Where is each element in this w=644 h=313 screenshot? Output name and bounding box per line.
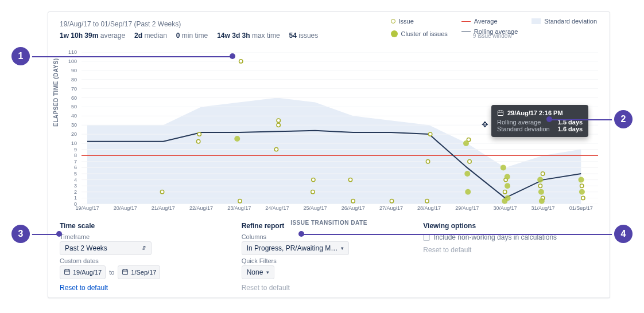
chevron-down-icon: ▾ xyxy=(341,245,344,251)
svg-point-49 xyxy=(463,140,469,146)
chart-legend: Issue Average Standard deviation Cluster… xyxy=(391,18,597,39)
x-tick: 23/Aug/17 xyxy=(227,205,251,211)
svg-point-42 xyxy=(538,184,542,187)
svg-point-24 xyxy=(197,132,201,136)
date-from-input[interactable]: 19/Aug/17 xyxy=(60,265,106,279)
x-tick: 28/Aug/17 xyxy=(417,205,441,211)
y-tick: 70 xyxy=(71,86,77,92)
callout-4-line xyxy=(303,234,615,235)
svg-rect-64 xyxy=(123,269,128,274)
chart-tooltip: 29/Aug/17 2:16 PM Rolling average1.5 day… xyxy=(491,105,588,137)
calendar-icon xyxy=(497,109,504,116)
y-tick: 4 xyxy=(74,177,77,183)
callout-2-line xyxy=(551,119,615,120)
callout-4-dot xyxy=(298,231,304,237)
chart-plot: ✥ 29/Aug/17 2:16 PM Rolling average1.5 d… xyxy=(82,52,598,204)
legend-average-label: Average xyxy=(474,18,498,25)
refine-report-title: Refine report xyxy=(242,222,417,230)
svg-point-55 xyxy=(505,174,510,179)
x-tick: 27/Aug/17 xyxy=(379,205,403,211)
legend-average-icon xyxy=(461,21,471,22)
legend-cluster-label: Cluster of issues xyxy=(401,30,448,37)
svg-point-53 xyxy=(502,198,507,204)
chevron-down-icon: ▾ xyxy=(266,269,269,275)
time-scale-section: Time scale Timeframe Past 2 Weeks ⇵ Cust… xyxy=(60,222,235,292)
stat-issues-value: 54 xyxy=(289,32,297,40)
callout-1-line xyxy=(30,56,231,57)
chevron-updown-icon: ⇵ xyxy=(142,245,146,251)
timeframe-select[interactable]: Past 2 Weeks ⇵ xyxy=(60,241,152,255)
date-to-input[interactable]: 1/Sep/17 xyxy=(118,265,160,279)
x-tick: 25/Aug/17 xyxy=(304,205,327,211)
custom-dates-label: Custom dates xyxy=(60,257,235,264)
y-tick: 40 xyxy=(71,113,77,119)
date-to-value: 1/Sep/17 xyxy=(131,269,156,276)
svg-point-31 xyxy=(311,190,315,194)
x-tick: 30/Aug/17 xyxy=(493,205,517,211)
x-axis-ticks: 19/Aug/1720/Aug/1721/Aug/1722/Aug/1723/A… xyxy=(82,205,598,216)
svg-point-32 xyxy=(348,178,352,181)
legend-issue-label: Issue xyxy=(399,18,414,25)
report-controls: Time scale Timeframe Past 2 Weeks ⇵ Cust… xyxy=(60,222,598,291)
columns-select[interactable]: In Progress, PR/Awaiting M… ▾ xyxy=(242,241,350,255)
stat-median-label: median xyxy=(144,32,166,40)
y-tick: 7 xyxy=(74,159,77,165)
svg-point-37 xyxy=(425,199,429,203)
refine-report-section: Refine report Columns In Progress, PR/Aw… xyxy=(242,222,417,292)
time-scale-title: Time scale xyxy=(60,222,235,230)
stat-avg-value: 1w 10h 39m xyxy=(60,32,98,40)
svg-point-56 xyxy=(501,165,506,170)
tooltip-row1-label: Rolling average xyxy=(497,119,541,126)
callout-1: 1 xyxy=(11,47,30,65)
callout-3: 3 xyxy=(11,225,30,243)
legend-stddev-icon xyxy=(532,18,541,24)
refine-reset: Reset to default xyxy=(242,284,290,292)
legend-rolling-icon xyxy=(461,32,471,32)
svg-rect-63 xyxy=(65,269,70,274)
y-tick: 20 xyxy=(71,131,77,137)
svg-point-50 xyxy=(465,189,471,195)
quick-filters-select[interactable]: None ▾ xyxy=(242,265,275,279)
callout-3-dot xyxy=(56,231,62,237)
callout-2: 2 xyxy=(614,110,633,128)
x-tick: 31/Aug/17 xyxy=(532,205,555,211)
time-scale-reset[interactable]: Reset to default xyxy=(60,284,108,292)
tooltip-row2-label: Standard deviation xyxy=(497,126,550,132)
viewing-options-title: Viewing options xyxy=(423,222,598,230)
svg-point-29 xyxy=(277,119,280,122)
calendar-icon xyxy=(122,268,129,276)
svg-point-59 xyxy=(537,177,543,183)
timeframe-value: Past 2 Weeks xyxy=(65,244,107,252)
svg-point-25 xyxy=(239,60,243,63)
viewing-options-section: Viewing options Include non-working days… xyxy=(423,222,598,292)
svg-point-23 xyxy=(196,140,200,143)
svg-point-57 xyxy=(539,198,545,204)
tooltip-row2-value: 1.6 days xyxy=(558,126,583,132)
report-header: 19/Aug/17 to 01/Sep/17 (Past 2 Weeks) 1w… xyxy=(60,20,598,49)
chart-area[interactable]: ELAPSED TIME (DAYS) 01234567891020304050… xyxy=(60,52,598,216)
x-tick: 26/Aug/17 xyxy=(342,205,365,211)
callout-2-dot xyxy=(546,116,552,122)
y-tick: 5 xyxy=(74,171,77,177)
quick-filters-label: Quick Filters xyxy=(242,257,417,264)
stat-avg-label: average xyxy=(100,32,125,40)
svg-point-33 xyxy=(351,199,355,203)
svg-point-35 xyxy=(428,132,432,136)
svg-point-30 xyxy=(312,178,315,181)
svg-point-26 xyxy=(238,199,242,203)
svg-point-34 xyxy=(390,199,393,203)
legend-issue-icon xyxy=(391,19,395,24)
svg-point-60 xyxy=(579,189,585,195)
svg-point-58 xyxy=(538,189,544,195)
viewing-reset: Reset to default xyxy=(423,246,471,254)
date-to-separator: to xyxy=(109,269,114,276)
y-tick: 8 xyxy=(74,152,77,158)
svg-point-36 xyxy=(426,160,429,163)
y-tick: 60 xyxy=(71,95,77,101)
legend-stddev-label: Standard deviation xyxy=(544,18,597,25)
x-tick: 24/Aug/17 xyxy=(265,205,289,211)
y-tick: 100 xyxy=(68,58,77,64)
svg-point-43 xyxy=(541,172,544,175)
svg-rect-62 xyxy=(498,111,503,115)
y-tick: 3 xyxy=(74,183,77,189)
